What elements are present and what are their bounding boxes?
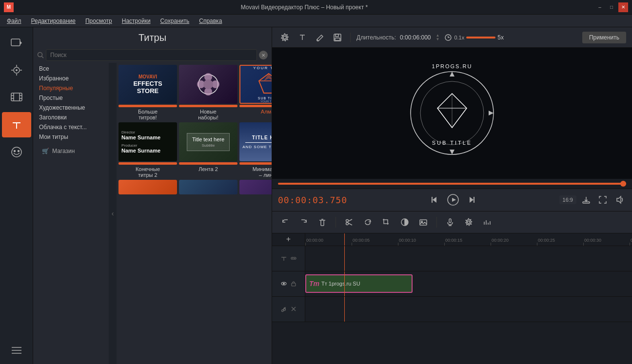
thumb-almaaz[interactable]: YOUR TEXT SUB TITLE YOUR TEXT — [239, 65, 272, 120]
properties-button[interactable] — [278, 31, 292, 44]
clip-settings-button[interactable] — [461, 215, 476, 230]
svg-rect-41 — [335, 38, 340, 40]
menu-edit[interactable]: Редактирование — [26, 16, 80, 26]
color-button[interactable] — [397, 215, 412, 230]
svg-point-82 — [283, 309, 285, 311]
category-headers[interactable]: Заголовки — [35, 113, 107, 122]
sidebar-item-titles[interactable] — [2, 112, 31, 137]
thumb-store[interactable]: MOVAVI EFFECTSSTORE Большетитров! — [118, 65, 177, 120]
text-button[interactable] — [296, 31, 309, 44]
category-bubbles[interactable]: Облачка с текст... — [35, 122, 107, 132]
ruler-mark-20: 00:00:20 — [491, 233, 510, 246]
ruler-mark-30: 00:00:30 — [583, 233, 602, 246]
menu-view[interactable]: Просмотр — [80, 16, 117, 26]
save-icon-button[interactable] — [331, 31, 344, 44]
audio-button[interactable] — [480, 215, 494, 230]
menu-file[interactable]: Файл — [2, 16, 26, 26]
svg-rect-59 — [583, 202, 590, 203]
close-button[interactable]: ✕ — [618, 2, 628, 12]
duration-spinner[interactable]: ▲ ▼ — [436, 34, 440, 41]
svg-text:1PROGS.RU: 1PROGS.RU — [432, 63, 473, 69]
rotate-icon — [363, 218, 372, 227]
track-link-button[interactable] — [290, 254, 297, 262]
track-lock-button[interactable] — [290, 280, 297, 287]
thumb-minimal[interactable]: TITLE HERE AND SOME TEXT HERE Минимализм… — [239, 122, 272, 178]
search-clear-button[interactable]: ✕ — [259, 51, 268, 59]
text-track-label-icon — [280, 255, 287, 262]
search-input[interactable] — [46, 49, 257, 61]
title-clip[interactable]: Тт Тт 1progs.ru SU — [305, 274, 413, 293]
duration-down[interactable]: ▼ — [436, 38, 440, 41]
sidebar-item-fx[interactable] — [2, 57, 31, 83]
next-frame-button[interactable] — [464, 192, 479, 208]
export-button[interactable] — [579, 193, 593, 207]
speed-icon — [444, 34, 452, 41]
apply-button[interactable]: Применить — [582, 32, 626, 43]
svg-rect-0 — [11, 39, 20, 46]
right-panel: Длительность: 0:00:06:000 ▲ ▼ 0.1x 5x Пр… — [272, 27, 632, 364]
thumbnails-grid: MOVAVI EFFECTSSTORE Большетитров! — [117, 63, 272, 364]
menubar: Файл Редактирование Просмотр Настройки С… — [0, 15, 632, 27]
speed-max-value: 5x — [497, 34, 504, 41]
menu-save[interactable]: Сохранить — [156, 16, 195, 26]
category-popular[interactable]: Популярные — [35, 83, 107, 93]
rotate-button[interactable] — [360, 215, 375, 230]
playback-thumb[interactable] — [620, 181, 626, 187]
preview-image: 1PROGS.RU SUB TITLE — [374, 59, 530, 167]
add-track-button[interactable]: + — [272, 233, 305, 246]
audio-track-mute-button[interactable] — [290, 305, 297, 313]
sidebar-item-timeline[interactable] — [2, 338, 31, 363]
track-2-controls — [272, 271, 305, 296]
category-simple[interactable]: Простые — [35, 93, 107, 103]
music-note-icon — [280, 306, 287, 312]
maximize-button[interactable]: □ — [607, 2, 616, 12]
thumb-r3-3[interactable] — [239, 180, 272, 194]
category-artistic[interactable]: Художественные — [35, 103, 107, 113]
ruler-mark-0: 00:00:00 — [305, 233, 324, 246]
fullscreen-button[interactable] — [596, 193, 610, 207]
shop-button[interactable]: 🛒 Магазин — [39, 145, 103, 157]
text-icon — [298, 33, 307, 42]
sidebar-item-media[interactable] — [2, 85, 31, 110]
edit-button[interactable] — [313, 31, 327, 44]
svg-rect-66 — [420, 220, 427, 225]
thumb-r3-2[interactable] — [179, 180, 237, 194]
crop-button[interactable] — [379, 215, 394, 230]
playback-controls: 00:00:03.750 16:9 — [272, 189, 632, 211]
minimize-button[interactable]: – — [595, 2, 605, 12]
category-all[interactable]: Все — [35, 64, 107, 74]
thumb-new[interactable]: Новыенаборы! — [179, 65, 237, 120]
titles-panel: Титры ✕ Все Избранное Популярные Простые… — [33, 27, 272, 364]
play-button[interactable] — [445, 192, 461, 208]
thumb-r3-1[interactable] — [118, 180, 177, 194]
thumb-new-label: Новыенаборы! — [198, 109, 218, 120]
ruler-area: 00:00:00 00:00:05 00:00:10 00:00:15 00:0… — [305, 233, 632, 246]
toolbar-sep1 — [336, 217, 336, 228]
crop-icon — [382, 218, 391, 227]
cut-button[interactable] — [342, 215, 356, 230]
menu-settings[interactable]: Настройки — [117, 16, 156, 26]
playback-track[interactable] — [278, 183, 626, 185]
panel-toggle[interactable]: ‹ — [109, 63, 117, 364]
app-icon: M — [4, 2, 14, 12]
record-button[interactable] — [443, 215, 457, 230]
category-mine[interactable]: Мои титры — [35, 132, 107, 142]
volume-button[interactable] — [612, 193, 626, 207]
mute-icon — [291, 306, 296, 312]
sidebar-item-video[interactable] — [2, 30, 31, 56]
delete-button[interactable] — [315, 215, 330, 230]
speed-slider[interactable] — [466, 37, 495, 38]
prev-frame-button[interactable] — [427, 192, 442, 208]
thumb-end-titles[interactable]: Director Name Surname Producer Name Surn… — [118, 122, 177, 178]
svg-point-61 — [346, 219, 349, 222]
sidebar-item-stickers[interactable] — [2, 139, 31, 165]
undo-button[interactable] — [278, 215, 293, 230]
filter-button[interactable] — [416, 215, 431, 230]
track-visibility-button[interactable] — [280, 280, 288, 287]
category-favorites[interactable]: Избранное — [35, 74, 107, 83]
thumb-row-1: MOVAVI EFFECTSSTORE Большетитров! — [118, 65, 270, 120]
menu-help[interactable]: Справка — [194, 16, 227, 26]
thumb-ribbon[interactable]: Title text here Subtitle Лента 2 — [179, 122, 237, 178]
playback-slider[interactable] — [272, 179, 632, 189]
redo-button[interactable] — [296, 215, 311, 230]
